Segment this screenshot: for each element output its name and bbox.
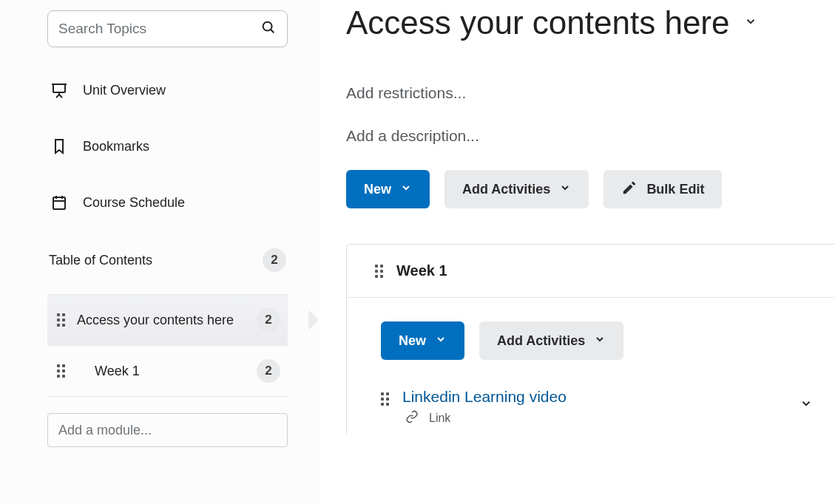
toc-count-badge: 2 bbox=[263, 248, 286, 272]
bulk-edit-button[interactable]: Bulk Edit bbox=[604, 170, 722, 208]
submodule-add-activities-button[interactable]: Add Activities bbox=[479, 321, 623, 360]
bookmark-icon bbox=[49, 137, 70, 155]
submodule-header[interactable]: Week 1 bbox=[347, 245, 835, 298]
submodule-new-button[interactable]: New bbox=[381, 321, 464, 360]
module-label: Access your contents here bbox=[77, 310, 246, 330]
chevron-down-icon bbox=[435, 333, 447, 349]
drag-handle-icon[interactable] bbox=[381, 392, 389, 406]
topic-link[interactable]: Linkedin Learning video bbox=[402, 388, 567, 406]
nav-label: Unit Overview bbox=[83, 83, 166, 98]
submodule-panel: Week 1 New Add Activities bbox=[346, 244, 835, 434]
button-label: Add Activities bbox=[462, 182, 550, 197]
svg-line-1 bbox=[271, 30, 274, 33]
new-button[interactable]: New bbox=[346, 170, 430, 208]
nav-list: Unit Overview Bookmarks bbox=[47, 77, 288, 216]
topic-type: Link bbox=[429, 412, 450, 425]
edit-icon bbox=[621, 180, 638, 200]
add-description[interactable]: Add a description... bbox=[346, 127, 835, 145]
table-of-contents[interactable]: Table of Contents 2 bbox=[47, 245, 288, 275]
search-icon bbox=[260, 19, 277, 38]
button-label: Bulk Edit bbox=[646, 182, 704, 197]
button-label: Add Activities bbox=[497, 333, 585, 349]
button-label: New bbox=[399, 333, 426, 349]
add-module-input[interactable] bbox=[58, 423, 277, 438]
svg-rect-2 bbox=[53, 84, 65, 92]
drag-handle-icon[interactable] bbox=[55, 313, 67, 327]
search-topics[interactable] bbox=[47, 10, 288, 47]
add-restrictions[interactable]: Add restrictions... bbox=[346, 84, 835, 102]
toc-label: Table of Contents bbox=[49, 253, 152, 268]
search-input[interactable] bbox=[58, 21, 260, 37]
sidebar: Unit Overview Bookmarks bbox=[0, 0, 320, 504]
svg-line-6 bbox=[59, 95, 62, 98]
module-count-badge: 2 bbox=[257, 308, 280, 332]
topic-row: Linkedin Learning video Link bbox=[381, 381, 835, 426]
module-week1[interactable]: Week 1 2 bbox=[47, 345, 288, 397]
add-module[interactable] bbox=[47, 413, 288, 447]
nav-unit-overview[interactable]: Unit Overview bbox=[47, 77, 288, 103]
nav-label: Course Schedule bbox=[83, 195, 185, 211]
module-count-badge: 2 bbox=[257, 359, 280, 383]
add-activities-button[interactable]: Add Activities bbox=[444, 170, 589, 208]
title-dropdown[interactable] bbox=[744, 15, 757, 31]
calendar-icon bbox=[49, 194, 70, 211]
nav-bookmarks[interactable]: Bookmarks bbox=[47, 133, 288, 160]
link-icon bbox=[405, 410, 419, 426]
module-access-contents[interactable]: Access your contents here 2 bbox=[47, 294, 288, 345]
drag-handle-icon[interactable] bbox=[55, 364, 67, 378]
module-label: Week 1 bbox=[77, 361, 246, 381]
module-list: Access your contents here 2 Week 1 2 bbox=[47, 294, 288, 397]
button-label: New bbox=[364, 182, 391, 197]
chevron-down-icon bbox=[594, 333, 606, 349]
nav-label: Bookmarks bbox=[83, 139, 149, 154]
svg-rect-7 bbox=[53, 197, 65, 209]
topic-dropdown[interactable] bbox=[799, 397, 813, 413]
nav-course-schedule[interactable]: Course Schedule bbox=[47, 189, 288, 216]
drag-handle-icon[interactable] bbox=[375, 265, 383, 278]
presentation-icon bbox=[49, 81, 70, 99]
svg-point-0 bbox=[263, 22, 272, 31]
main-content: Access your contents here Add restrictio… bbox=[320, 0, 835, 504]
submodule-title: Week 1 bbox=[396, 262, 447, 279]
page-title: Access your contents here bbox=[346, 4, 729, 41]
chevron-down-icon bbox=[400, 182, 412, 197]
chevron-down-icon bbox=[559, 182, 571, 197]
